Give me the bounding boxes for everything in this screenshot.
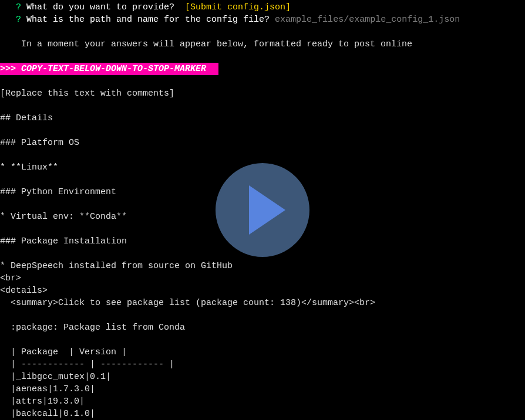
blank-line (0, 26, 525, 38)
question-mark-icon: ? (16, 15, 21, 25)
prompt-line-1: ? What do you want to provide? [Submit c… (0, 1, 525, 13)
copy-marker-line: >>> COPY-TEXT-BELOW-DOWN-TO-STOP-MARKER (0, 63, 525, 75)
table-row: |aeneas|1.7.3.0| (0, 383, 525, 395)
body-line: <summary>Click to see package list (pack… (0, 297, 525, 309)
blank-line (0, 124, 525, 137)
heading-details: ## Details (0, 112, 525, 124)
table-row: |backcall|0.1.0| (0, 408, 525, 420)
question-mark-icon: ? (16, 2, 21, 12)
play-button[interactable] (216, 163, 309, 257)
prompt-line-2: ? What is the path and name for the conf… (0, 13, 525, 26)
blank-line (0, 149, 525, 161)
blank-line (0, 75, 525, 87)
blank-line (0, 100, 525, 112)
body-line: <details> (0, 284, 525, 297)
marker-prefix: >>> (0, 64, 21, 74)
prompt-text-2: What is the path and name for the config… (21, 15, 275, 25)
prompt-answer-1: [Submit config.json] (185, 2, 291, 12)
prompt-answer-2: example_files/example_config_1.json (275, 15, 460, 25)
prompt-text-1: What do you want to provide? (21, 2, 185, 12)
body-line: * DeepSpeech installed from source on Gi… (0, 260, 525, 272)
table-row: |_libgcc_mutex|0.1| (0, 371, 525, 383)
marker-text: COPY-TEXT-BELOW-DOWN-TO-STOP-MARKER (21, 64, 211, 74)
heading-platform-os: ### Platform OS (0, 137, 525, 149)
body-line: :package: Package list from Conda (0, 321, 525, 334)
play-circle (216, 163, 309, 257)
blank-line (0, 334, 525, 346)
body-line: [Replace this text with comments] (0, 87, 525, 100)
blank-line (0, 50, 525, 63)
play-icon (249, 185, 285, 235)
table-divider-row: | ------------ | ------------ | (0, 358, 525, 371)
blank-line (0, 309, 525, 321)
table-row: |attrs|19.3.0| (0, 395, 525, 408)
table-header-row: | Package | Version | (0, 346, 525, 358)
body-line: <br> (0, 272, 525, 284)
notice-line: In a moment your answers will appear bel… (0, 38, 525, 50)
